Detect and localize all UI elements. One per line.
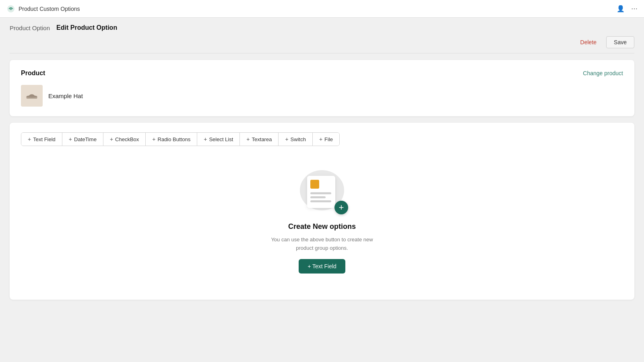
empty-state: + Create New options You can use the abo…: [21, 162, 623, 282]
svg-point-1: [10, 8, 12, 10]
tab-textarea[interactable]: + Textarea: [240, 133, 279, 146]
add-text-field-button[interactable]: + Text Field: [299, 259, 345, 274]
doc-orange-square: [310, 180, 319, 189]
tab-plus-3: +: [152, 136, 155, 142]
doc-line-1: [310, 192, 331, 194]
divider: [10, 53, 634, 53]
tab-plus-4: +: [204, 136, 207, 142]
more-icon[interactable]: ⋯: [631, 5, 638, 12]
tab-label-3: Radio Buttons: [158, 136, 191, 142]
action-bar: Delete Save: [0, 36, 644, 53]
tab-datetime[interactable]: + DateTime: [62, 133, 103, 146]
tab-label-5: Textarea: [252, 136, 272, 142]
tab-label-1: DateTime: [74, 136, 97, 142]
product-card-header: Product Change product: [21, 70, 623, 77]
empty-icon: +: [296, 170, 348, 214]
tab-text-field[interactable]: + Text Field: [21, 133, 62, 146]
delete-button[interactable]: Delete: [575, 37, 602, 48]
product-item: Example Hat: [21, 85, 623, 107]
empty-state-description: You can use the above button to create n…: [262, 236, 382, 253]
tab-select-list[interactable]: + Select List: [197, 133, 240, 146]
tab-plus-6: +: [285, 136, 288, 142]
breadcrumb: Product Option Edit Product Option: [0, 18, 644, 36]
tab-plus-0: +: [28, 136, 31, 142]
tab-label-2: CheckBox: [115, 136, 139, 142]
product-section-title: Product: [21, 70, 45, 77]
product-name: Example Hat: [48, 93, 83, 99]
app-icon: [6, 4, 15, 13]
change-product-link[interactable]: Change product: [583, 70, 623, 76]
empty-state-title: Create New options: [288, 222, 356, 231]
doc-paper: [307, 176, 335, 208]
save-button[interactable]: Save: [606, 36, 634, 48]
tab-checkbox[interactable]: + CheckBox: [103, 133, 146, 146]
tab-label-6: Switch: [291, 136, 306, 142]
breadcrumb-parent[interactable]: Product Option: [10, 25, 50, 31]
tab-file[interactable]: + File: [313, 133, 339, 146]
tab-plus-1: +: [69, 136, 72, 142]
options-card: + Text Field + DateTime + CheckBox + Rad…: [10, 123, 634, 300]
breadcrumb-current: Edit Product Option: [56, 24, 117, 31]
user-icon[interactable]: 👤: [617, 5, 625, 12]
tab-label-7: File: [324, 136, 333, 142]
top-bar: Product Custom Options 👤 ⋯: [0, 0, 644, 18]
tab-label-0: Text Field: [33, 136, 56, 142]
tab-plus-2: +: [110, 136, 113, 142]
app-title: Product Custom Options: [19, 6, 80, 12]
tab-switch[interactable]: + Switch: [279, 133, 312, 146]
tab-plus-7: +: [319, 136, 322, 142]
tab-bar: + Text Field + DateTime + CheckBox + Rad…: [21, 132, 340, 146]
tab-plus-5: +: [246, 136, 250, 142]
main-content: Product Change product Example Hat + Tex…: [0, 60, 644, 300]
tab-label-4: Select List: [209, 136, 233, 142]
product-card: Product Change product Example Hat: [10, 60, 634, 116]
tab-radio-buttons[interactable]: + Radio Buttons: [146, 133, 197, 146]
doc-line-2: [310, 196, 326, 198]
product-thumbnail: [21, 85, 43, 107]
plus-badge: +: [334, 201, 348, 214]
doc-line-3: [310, 200, 331, 202]
top-bar-right: 👤 ⋯: [617, 5, 638, 12]
top-bar-left: Product Custom Options: [6, 4, 80, 13]
svg-point-3: [27, 95, 37, 97]
